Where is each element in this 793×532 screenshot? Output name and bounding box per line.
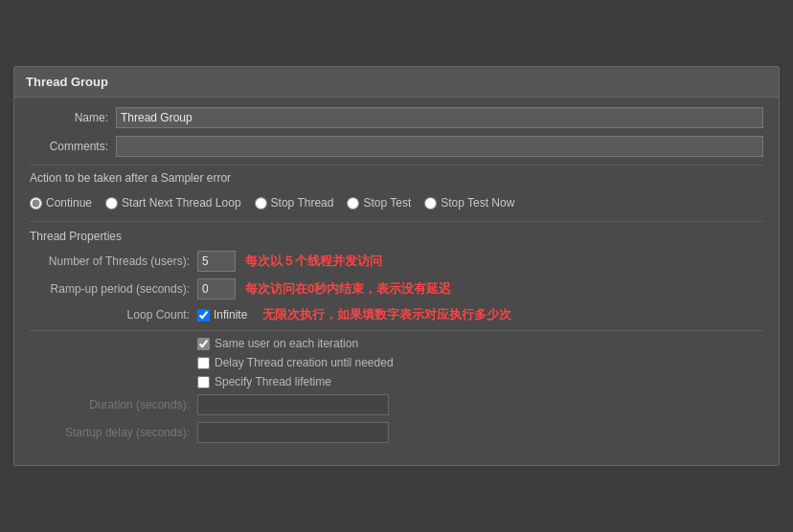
- name-row: Name:: [30, 107, 763, 128]
- startup-delay-row: Startup delay (seconds):: [30, 422, 763, 443]
- duration-row: Duration (seconds):: [30, 394, 763, 415]
- loop-count-label: Loop Count:: [30, 308, 197, 321]
- duration-input: [197, 394, 389, 415]
- specify-lifetime-label[interactable]: Specify Thread lifetime: [197, 375, 331, 388]
- radio-stop-thread-label: Stop Thread: [271, 196, 334, 210]
- delay-thread-label[interactable]: Delay Thread creation until needed: [197, 356, 394, 369]
- radio-start-next[interactable]: Start Next Thread Loop: [105, 196, 241, 210]
- radio-start-next-label: Start Next Thread Loop: [122, 196, 241, 210]
- thread-props-title: Thread Properties: [30, 230, 763, 243]
- sampler-error-section: Action to be taken after a Sampler error…: [30, 171, 763, 215]
- startup-delay-label: Startup delay (seconds):: [30, 426, 197, 439]
- infinite-check-label[interactable]: Infinite: [197, 308, 247, 321]
- rampup-label: Ramp-up period (seconds):: [30, 282, 197, 296]
- same-user-checkbox[interactable]: [197, 338, 210, 350]
- infinite-row: Infinite: [197, 308, 253, 321]
- radio-stop-thread[interactable]: Stop Thread: [255, 196, 334, 210]
- panel-title: Thread Group: [14, 67, 779, 98]
- comments-label: Comments:: [30, 140, 116, 153]
- name-input[interactable]: [116, 107, 763, 128]
- radio-continue[interactable]: Continue: [30, 196, 92, 210]
- sampler-error-label: Action to be taken after a Sampler error: [30, 171, 763, 185]
- same-user-row: Same user on each iteration: [30, 337, 763, 350]
- thread-group-panel: Thread Group Name: Comments: Action to b…: [13, 66, 780, 466]
- radio-group: Continue Start Next Thread Loop Stop Thr…: [30, 190, 763, 215]
- name-label: Name:: [30, 111, 116, 124]
- radio-stop-test-now[interactable]: Stop Test Now: [424, 196, 514, 210]
- radio-stop-test-label: Stop Test: [363, 196, 411, 210]
- comments-input[interactable]: [116, 136, 763, 157]
- specify-lifetime-text: Specify Thread lifetime: [215, 375, 331, 388]
- same-user-label[interactable]: Same user on each iteration: [197, 337, 358, 350]
- num-threads-label: Number of Threads (users):: [30, 255, 197, 268]
- specify-lifetime-row: Specify Thread lifetime: [30, 375, 763, 388]
- startup-delay-input: [197, 422, 389, 443]
- same-user-text: Same user on each iteration: [215, 337, 358, 350]
- radio-stop-test[interactable]: Stop Test: [347, 196, 411, 210]
- num-threads-input[interactable]: [197, 251, 236, 272]
- num-threads-row: Number of Threads (users): 每次以５个线程并发访问: [30, 251, 763, 272]
- rampup-input[interactable]: [197, 278, 236, 299]
- infinite-label: Infinite: [214, 308, 247, 321]
- delay-thread-checkbox[interactable]: [197, 357, 210, 369]
- rampup-row: Ramp-up period (seconds): 每次访问在0秒内结束，表示没…: [30, 278, 763, 299]
- radio-stop-test-now-label: Stop Test Now: [441, 196, 514, 210]
- specify-lifetime-checkbox[interactable]: [197, 376, 210, 388]
- delay-thread-text: Delay Thread creation until needed: [215, 356, 394, 369]
- loop-count-annotation: 无限次执行，如果填数字表示对应执行多少次: [262, 306, 511, 323]
- duration-label: Duration (seconds):: [30, 398, 197, 411]
- loop-count-row: Loop Count: Infinite 无限次执行，如果填数字表示对应执行多少…: [30, 306, 763, 323]
- radio-continue-label: Continue: [46, 196, 92, 210]
- panel-body: Name: Comments: Action to be taken after…: [14, 98, 779, 465]
- thread-props-section: Thread Properties Number of Threads (use…: [30, 230, 763, 443]
- infinite-checkbox[interactable]: [197, 309, 210, 321]
- delay-thread-row: Delay Thread creation until needed: [30, 356, 763, 369]
- comments-row: Comments:: [30, 136, 763, 157]
- num-threads-annotation: 每次以５个线程并发访问: [245, 253, 382, 270]
- rampup-annotation: 每次访问在0秒内结束，表示没有延迟: [245, 280, 451, 298]
